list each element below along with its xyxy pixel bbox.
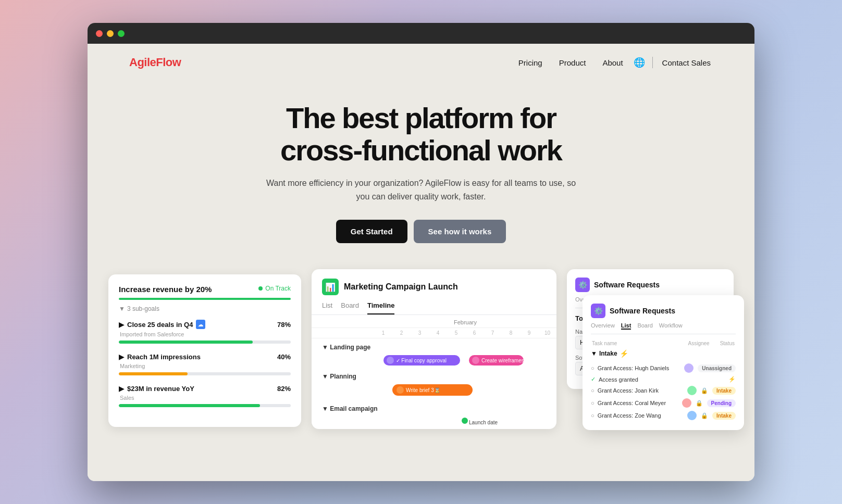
sw-row-2-name: Access granted (599, 376, 725, 383)
goal-item-1-track (119, 341, 291, 344)
sw-row-2: ✓ Access granted ⚡ (591, 374, 736, 384)
tab-board[interactable]: Board (341, 301, 359, 314)
sw-front-tab-overview[interactable]: Overview (591, 322, 615, 330)
maximize-button[interactable] (118, 30, 125, 37)
launch-date-label: Launch date (469, 420, 498, 425)
logo-black: Agile (129, 56, 156, 69)
col-6: 6 (465, 330, 484, 336)
sw-front-tab-list[interactable]: List (621, 322, 632, 330)
on-track-badge: On Track (258, 285, 291, 292)
sw-row-4-name: Grant Access: Coral Meyer (598, 400, 679, 406)
hero-title-line1: The best platform for (286, 102, 556, 134)
sw-table-header: Task name Assignee Status (591, 341, 736, 346)
section-email: ▼ Email campaign Launch date (312, 399, 556, 429)
sw-front-tab-board[interactable]: Board (637, 322, 652, 330)
sw-back-header: ⚙️ Software Requests (575, 278, 725, 292)
sw-avatar-3 (687, 386, 697, 395)
close-button[interactable] (96, 30, 103, 37)
goal-item-2: ▶ Reach 1M impressions 40% Marketing (119, 353, 291, 375)
sw-avatar-5 (687, 411, 697, 420)
hero-title: The best platform for cross-functional w… (98, 102, 744, 166)
intake-label: ▼ Intake ⚡ (591, 349, 736, 358)
goal-item-3-source: Sales (120, 395, 291, 401)
nav-about[interactable]: About (596, 55, 629, 70)
goals-progress-bar (119, 298, 291, 300)
col-8: 8 (502, 330, 520, 336)
tab-list[interactable]: List (322, 301, 332, 314)
goals-card-header: Increase revenue by 20% On Track (119, 285, 291, 294)
hero-section: The best platform for cross-functional w… (88, 81, 754, 259)
nav-links: Pricing Product About 🌐 Contact Sales (512, 55, 713, 70)
see-how-it-works-button[interactable]: See how it works (414, 220, 506, 243)
sw-front-title: Software Requests (610, 307, 675, 315)
sw-row-1-name: Grant Access: Hugh Daniels (598, 365, 682, 371)
sw-row-1-right: Unassigned (684, 363, 736, 373)
section-planning: ▼ Planning Write brief 3⌛ (312, 368, 556, 399)
goal-item-1: ▶ Close 25 deals in Q4 ☁ 78% Imported fr… (119, 320, 291, 344)
goal-item-1-fill (119, 341, 253, 344)
nav-pricing[interactable]: Pricing (512, 55, 549, 70)
on-track-label: On Track (265, 285, 291, 292)
hero-buttons: Get Started See how it works (98, 220, 744, 243)
goal-item-3-header: ▶ $23M in revenue YoY 82% (119, 385, 291, 393)
timeline-header: 📊 Marketing Campaign Launch (312, 269, 556, 295)
timeline-tabs: List Board Timeline (312, 301, 556, 315)
sw-back-title: Software Requests (594, 281, 660, 289)
software-card-front: ⚙️ Software Requests Overview List Board… (583, 295, 744, 430)
col-assignee: Assignee (688, 341, 710, 346)
sw-row-3-right: 🔒 Intake (687, 386, 736, 395)
goals-card: Increase revenue by 20% On Track ▼ 3 sub… (108, 274, 301, 427)
goal-item-2-percent: 40% (277, 353, 291, 361)
sw-front-icon: ⚙️ (591, 304, 605, 318)
logo-red: Flow (156, 56, 181, 69)
section-planning-label: ▼ Planning (312, 371, 556, 382)
mac-window: AgileFlow Pricing Product About 🌐 Contac… (88, 23, 754, 481)
sw-row-2-right: ⚡ (728, 376, 736, 383)
section-email-label: ▼ Email campaign (312, 403, 556, 414)
sw-row-5-right: 🔒 Intake (687, 411, 736, 420)
goal-item-2-track (119, 372, 291, 375)
col-7: 7 (484, 330, 502, 336)
sw-badge-1: Unassigned (698, 364, 736, 372)
launch-date-diamond (461, 417, 469, 425)
col-2: 2 (392, 330, 411, 336)
sw-badge-4: Pending (707, 399, 736, 407)
sw-row-3-name: Grant Access: Joan Kirk (598, 387, 684, 394)
get-started-button[interactable]: Get Started (336, 220, 407, 243)
minimize-button[interactable] (107, 30, 114, 37)
sw-front-tabs: Overview List Board Workflow (591, 322, 736, 334)
sw-row-5: ○ Grant Access: Zoe Wang 🔒 Intake (591, 409, 736, 422)
task-write-brief-bar: Write brief 3⌛ (392, 384, 473, 396)
month-label: February (374, 319, 556, 325)
sw-front-tab-workflow[interactable]: Workflow (659, 322, 683, 330)
section-landing-label: ▼ Landing page (312, 342, 556, 353)
col-10: 10 (538, 330, 556, 336)
col-9: 9 (520, 330, 538, 336)
nav-divider (652, 57, 653, 68)
goal-item-2-source: Marketing (120, 363, 291, 369)
timeline-card: 📊 Marketing Campaign Launch List Board T… (312, 269, 556, 429)
col-status: Status (720, 341, 735, 346)
software-card-container: ⚙️ Software Requests Overview List Board… (567, 269, 734, 389)
logo[interactable]: AgileFlow (129, 56, 181, 69)
salesforce-tag: ☁ (196, 320, 205, 329)
hero-title-line2: cross-functional work (280, 134, 562, 167)
navbar: AgileFlow Pricing Product About 🌐 Contac… (88, 44, 754, 81)
cards-row: Increase revenue by 20% On Track ▼ 3 sub… (88, 259, 754, 481)
contact-sales-link[interactable]: Contact Sales (660, 55, 713, 70)
globe-icon[interactable]: 🌐 (634, 57, 645, 68)
nav-product[interactable]: Product (553, 55, 592, 70)
task-final-copy: ✓ Final copy approval Create wireframes (312, 353, 556, 368)
goal-item-3-percent: 82% (277, 385, 291, 393)
sw-badge-3: Intake (712, 387, 736, 395)
task-launch-date: Launch date (312, 414, 556, 429)
col-5: 5 (447, 330, 465, 336)
goal-item-1-header: ▶ Close 25 deals in Q4 ☁ 78% (119, 320, 291, 329)
tab-timeline[interactable]: Timeline (367, 301, 395, 314)
goal-item-3-title: ▶ $23M in revenue YoY (119, 385, 194, 393)
sw-avatar-1 (684, 363, 694, 373)
sw-row-4-right: 🔒 Pending (682, 398, 736, 408)
goal-item-2-fill (119, 372, 188, 375)
on-track-dot (258, 286, 263, 291)
sw-avatar-4 (682, 398, 691, 408)
